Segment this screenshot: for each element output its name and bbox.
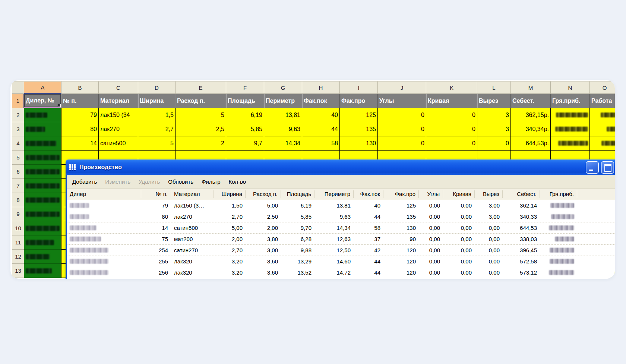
row-header-2[interactable]: 2 <box>12 108 24 122</box>
cell-B2[interactable]: 79 <box>61 108 99 122</box>
cell-D1[interactable]: Ширина <box>138 94 176 108</box>
cell-I1[interactable]: Фак.про <box>340 94 378 108</box>
dialog-column-header-6[interactable]: Площадь <box>281 190 314 198</box>
cell-I3[interactable]: 135 <box>340 122 378 136</box>
cell-K2[interactable]: 0 <box>426 108 477 122</box>
cell-K4[interactable]: 0 <box>426 136 477 151</box>
table-row[interactable]: 254сатин2702,703,009,8812,50421200,000,0… <box>67 245 615 256</box>
column-header-I[interactable]: I <box>340 81 378 94</box>
column-header-G[interactable]: G <box>264 81 302 94</box>
cell-G3[interactable]: 9,63 <box>264 122 302 136</box>
row-header-4[interactable]: 4 <box>12 136 24 151</box>
column-header-H[interactable]: H <box>302 81 340 94</box>
dialog-column-header-13[interactable]: Себест. <box>503 190 540 198</box>
dialog-column-header-10[interactable]: Углы <box>419 190 443 198</box>
cell-N2[interactable] <box>551 108 590 122</box>
column-header-J[interactable]: J <box>378 81 426 94</box>
select-all-corner[interactable] <box>12 81 24 94</box>
cell-A11[interactable] <box>24 235 61 250</box>
dialog-column-header-5[interactable]: Расход п. <box>246 190 281 198</box>
row-header-9[interactable]: 9 <box>12 207 24 221</box>
menu-refresh[interactable]: Обновить <box>164 175 197 188</box>
cell-A3[interactable] <box>24 122 61 136</box>
cell-E1[interactable]: Расход п. <box>176 94 226 108</box>
row-header-7[interactable]: 7 <box>12 179 24 193</box>
cell-L3[interactable]: 3 <box>477 122 511 136</box>
menu-filter[interactable]: Фильтр <box>197 175 224 188</box>
dialog-column-header-8[interactable]: Фак.пок <box>354 190 383 198</box>
cell-A4[interactable] <box>24 136 61 151</box>
cell-C4[interactable]: сатин500 <box>99 136 138 151</box>
column-header-E[interactable]: E <box>176 81 226 94</box>
cell-G2[interactable]: 13,81 <box>264 108 302 122</box>
column-header-F[interactable]: F <box>226 81 264 94</box>
fill-handle[interactable] <box>58 104 61 107</box>
cell-G4[interactable]: 14,34 <box>264 136 302 151</box>
menu-add[interactable]: Добавить <box>68 175 101 188</box>
cell-N1[interactable]: Гря.приб. <box>551 94 590 108</box>
cell-G1[interactable]: Периметр <box>264 94 302 108</box>
cell-L2[interactable]: 3 <box>477 108 511 122</box>
row-header-8[interactable]: 8 <box>12 193 24 207</box>
cell-M1[interactable]: Себест. <box>511 94 551 108</box>
cell-D3[interactable]: 2,7 <box>138 122 176 136</box>
cell-H3[interactable]: 44 <box>302 122 340 136</box>
row-header-13[interactable]: 13 <box>12 264 24 278</box>
dialog-column-header-4[interactable]: Ширина <box>214 190 246 198</box>
row-header-11[interactable]: 11 <box>12 235 24 250</box>
cell-H4[interactable]: 58 <box>302 136 340 151</box>
table-row[interactable]: 14сатин5005,002,009,7014,34581300,000,00… <box>67 222 615 234</box>
cell-I2[interactable]: 125 <box>340 108 378 122</box>
cell-J2[interactable]: 0 <box>378 108 426 122</box>
cell-A12[interactable] <box>24 250 61 264</box>
column-header-K[interactable]: K <box>426 81 477 94</box>
dialog-column-header-3[interactable]: Материал <box>171 190 214 198</box>
cell-O4[interactable] <box>590 136 615 151</box>
cell-M4[interactable]: 644,53р. <box>511 136 551 151</box>
cell-D4[interactable]: 5 <box>138 136 176 151</box>
table-row[interactable]: 255лак3203,203,6013,2914,60441200,000,00… <box>67 256 615 267</box>
cell-A5[interactable] <box>24 151 61 165</box>
cell-J4[interactable]: 0 <box>378 136 426 151</box>
window-titlebar[interactable]: Производство <box>66 159 615 175</box>
cell-A10[interactable] <box>24 221 61 235</box>
table-row[interactable]: 75мат2002,003,806,2812,6337900,000,000,0… <box>67 234 615 245</box>
dialog-column-header-9[interactable]: Фак.про <box>383 190 419 198</box>
cell-F4[interactable]: 9,7 <box>226 136 264 151</box>
cell-I4[interactable]: 130 <box>340 136 378 151</box>
cell-N4[interactable] <box>551 136 590 151</box>
cell-J1[interactable]: Углы <box>378 94 426 108</box>
row-header-10[interactable]: 10 <box>12 221 24 235</box>
cell-M3[interactable]: 340,34р. <box>511 122 551 136</box>
row-header-12[interactable]: 12 <box>12 250 24 264</box>
cell-C2[interactable]: лак150 (34 <box>99 108 138 122</box>
row-header-5[interactable]: 5 <box>12 151 24 165</box>
cell-A6[interactable] <box>24 165 61 179</box>
cell-L4[interactable]: 0 <box>477 136 511 151</box>
table-row[interactable]: 256лак3203,203,6013,5214,72441200,000,00… <box>67 267 615 278</box>
dialog-column-header-1[interactable]: Дилер <box>67 190 141 198</box>
maximize-button[interactable] <box>601 161 614 174</box>
cell-N3[interactable] <box>551 122 590 136</box>
cell-J3[interactable]: 0 <box>378 122 426 136</box>
row-header-1[interactable]: 1 <box>12 94 24 108</box>
cell-F3[interactable]: 5,85 <box>226 122 264 136</box>
column-header-M[interactable]: M <box>511 81 551 94</box>
dialog-column-header-14[interactable]: Гря.приб. <box>540 190 577 198</box>
cell-H2[interactable]: 40 <box>302 108 340 122</box>
cell-A2[interactable] <box>24 108 61 122</box>
cell-K1[interactable]: Кривая <box>426 94 477 108</box>
cell-O2[interactable] <box>590 108 615 122</box>
cell-B3[interactable]: 80 <box>61 122 99 136</box>
cell-E3[interactable]: 2,5 <box>176 122 226 136</box>
dialog-column-header-12[interactable]: Вырез <box>475 190 503 198</box>
dialog-column-header-2[interactable]: № п. <box>141 190 171 198</box>
cell-C3[interactable]: лак270 <box>99 122 138 136</box>
cell-C1[interactable]: Материал <box>99 94 138 108</box>
cell-O3[interactable] <box>590 122 615 136</box>
cell-B1[interactable]: № п. <box>61 94 99 108</box>
column-header-B[interactable]: B <box>61 81 99 94</box>
cell-A8[interactable] <box>24 193 61 207</box>
column-header-C[interactable]: C <box>99 81 138 94</box>
cell-B4[interactable]: 14 <box>61 136 99 151</box>
